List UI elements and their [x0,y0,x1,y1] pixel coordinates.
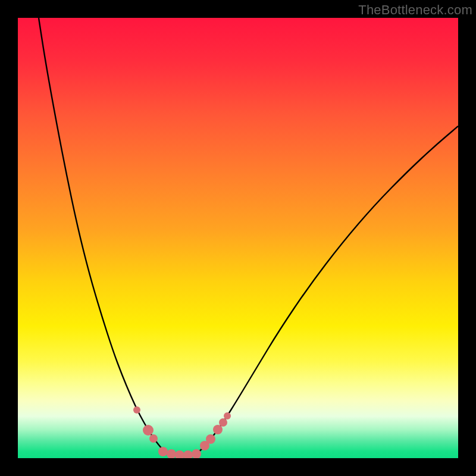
watermark-text: TheBottleneck.com [358,2,472,18]
marker-bottom-3 [175,450,184,458]
marker-right-dot-2 [206,434,215,444]
curve-left-curve [39,18,167,454]
marker-right-dot-4 [219,418,227,427]
chart-frame: TheBottleneck.com [0,0,476,476]
marker-bottom-4 [183,450,193,458]
curve-layer [18,18,458,458]
plot-area [18,18,458,458]
marker-left-dot-1 [133,406,140,414]
curve-right-curve [196,126,458,454]
marker-left-dot-3 [149,434,158,443]
marker-right-dot-3 [213,425,223,434]
marker-left-dot-2 [143,425,154,436]
marker-bottom-2 [167,449,176,458]
marker-right-dot-5 [224,412,231,419]
marker-bottom-1 [158,447,168,456]
